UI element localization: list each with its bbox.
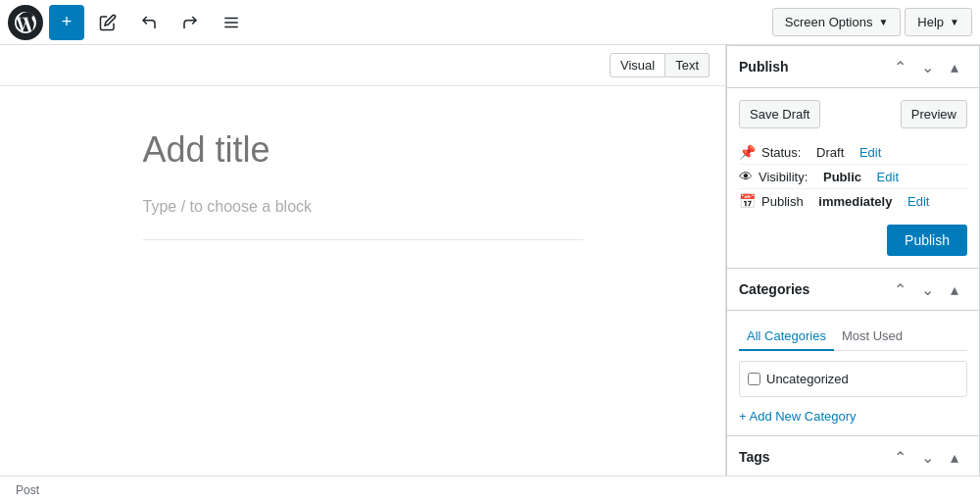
toolbar-left: + [8,5,249,40]
status-value: Draft [816,145,844,160]
add-block-button[interactable]: + [49,5,84,40]
publish-collapse-up-button[interactable]: ⌃ [887,54,912,79]
categories-collapse-down-button[interactable]: ⌄ [914,277,940,302]
tags-panel: Tags ⌃ ⌄ ▴ [726,436,980,476]
status-bar: Post [0,476,980,503]
calendar-icon: 📅 [739,193,756,209]
category-uncategorized-item: Uncategorized [748,370,958,388]
publish-panel: Publish ⌃ ⌄ ▴ Save Draft Preview 📌 Statu… [726,45,980,269]
categories-panel-header[interactable]: Categories ⌃ ⌄ ▴ [727,269,979,311]
publish-btn-row: Publish [739,225,967,256]
publish-panel-header[interactable]: Publish ⌃ ⌄ ▴ [727,46,979,88]
visibility-label: Visibility: [759,170,808,184]
publish-meta: 📌 Status: Draft Edit 👁 Visibility: Publi… [739,140,967,213]
top-bar: + Screen Options ▼ [0,0,980,45]
help-button[interactable]: Help ▼ [905,8,972,36]
publish-panel-body: Save Draft Preview 📌 Status: Draft Edit … [727,88,979,268]
status-icon: 📌 [739,144,756,160]
tags-collapse-down-button[interactable]: ⌄ [914,444,940,470]
all-categories-tab[interactable]: All Categories [739,323,834,351]
tags-panel-controls: ⌃ ⌄ ▴ [887,444,967,470]
publish-when-value: immediately [818,194,892,209]
editor-area: Visual Text Type / to choose a block [0,45,725,476]
block-placeholder[interactable]: Type / to choose a block [143,194,583,220]
most-used-tab[interactable]: Most Used [834,323,910,351]
categories-panel-controls: ⌃ ⌄ ▴ [887,277,967,302]
toolbar-right: Screen Options ▼ Help ▼ [772,8,972,36]
main-layout: Visual Text Type / to choose a block Pub… [0,45,980,476]
categories-panel: Categories ⌃ ⌄ ▴ All Categories Most Use… [726,269,980,436]
publish-actions: Save Draft Preview [739,100,967,128]
publish-panel-controls: ⌃ ⌄ ▴ [887,54,967,79]
post-title-input[interactable] [143,126,583,175]
add-new-category-link[interactable]: + Add New Category [739,409,857,424]
publish-when-item: 📅 Publish immediately Edit [739,189,967,213]
categories-collapse-up-button[interactable]: ⌃ [887,277,912,302]
undo-button[interactable] [131,5,167,40]
tags-panel-title: Tags [739,449,770,465]
publish-visibility-item: 👁 Visibility: Public Edit [739,165,967,189]
wp-logo-icon [15,12,36,33]
text-tab[interactable]: Text [665,53,710,77]
redo-button[interactable] [172,5,208,40]
chevron-down-icon: ▼ [950,17,959,27]
uncategorized-checkbox[interactable] [748,373,760,385]
publish-button[interactable]: Publish [887,225,967,256]
publish-collapse-down-button[interactable]: ⌄ [914,54,940,79]
categories-list: Uncategorized [739,361,967,397]
post-type-label: Post [16,483,39,497]
publish-minimize-button[interactable]: ▴ [942,54,967,79]
edit-tool-button[interactable] [90,5,125,40]
view-toggle: Visual Text [610,53,710,77]
editor-resize-handle[interactable] [143,239,583,249]
uncategorized-label: Uncategorized [766,372,849,386]
editor-toolbar-row: Visual Text [0,45,725,86]
visibility-value: Public [823,170,861,184]
preview-button[interactable]: Preview [901,100,967,128]
publish-status-item: 📌 Status: Draft Edit [739,140,967,165]
chevron-down-icon: ▼ [878,17,888,27]
visibility-edit-link[interactable]: Edit [877,170,899,184]
visibility-icon: 👁 [739,169,753,184]
tags-minimize-button[interactable]: ▴ [942,444,967,470]
screen-options-button[interactable]: Screen Options ▼ [772,8,902,36]
status-edit-link[interactable]: Edit [859,145,881,160]
tags-collapse-up-button[interactable]: ⌃ [887,444,912,470]
categories-panel-body: All Categories Most Used Uncategorized +… [727,311,979,435]
screen-options-label: Screen Options [785,15,873,29]
editor-content: Type / to choose a block [123,86,603,476]
menu-button[interactable] [214,5,249,40]
visual-tab[interactable]: Visual [610,53,665,77]
publish-when-label: Publish [761,194,804,209]
sidebar: Publish ⌃ ⌄ ▴ Save Draft Preview 📌 Statu… [725,45,980,476]
publish-panel-title: Publish [739,59,789,75]
categories-tabs: All Categories Most Used [739,323,967,351]
publish-when-edit-link[interactable]: Edit [907,194,929,209]
save-draft-button[interactable]: Save Draft [739,100,820,128]
categories-panel-title: Categories [739,281,809,297]
tags-panel-header[interactable]: Tags ⌃ ⌄ ▴ [727,436,979,476]
categories-minimize-button[interactable]: ▴ [942,277,967,302]
wordpress-logo[interactable] [8,5,43,40]
help-label: Help [917,15,944,29]
status-label: Status: [761,145,801,160]
